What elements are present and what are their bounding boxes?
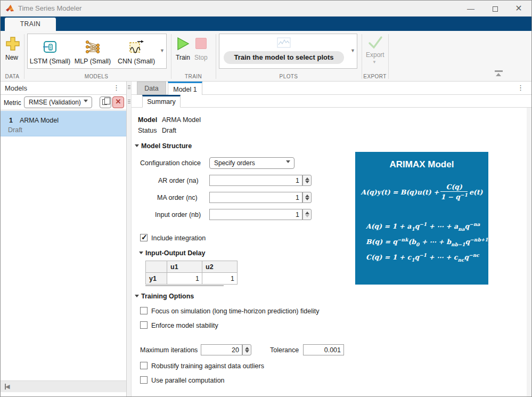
model-template-mlp[interactable]: MLP (Small)	[71, 37, 114, 65]
window-title: Time Series Modeler	[18, 4, 81, 12]
model-template-cnn[interactable]: CNN (Small)	[115, 37, 158, 65]
spin-down-icon[interactable]	[305, 198, 309, 200]
section-divider	[171, 34, 171, 79]
chevron-down-icon	[286, 160, 290, 163]
collapse-panel-button[interactable]: ◀	[5, 383, 10, 390]
tab-data[interactable]: Data	[137, 82, 166, 95]
input-order-input[interactable]: 1	[209, 209, 302, 220]
plots-gallery-expand-button[interactable]: ▼	[349, 34, 357, 69]
summary-content: Model ARMA Model Status Draft Model Stru…	[132, 108, 527, 396]
status-key: Status	[138, 127, 157, 134]
drag-handle-icon[interactable]	[128, 100, 130, 103]
delay-col-u2: u2	[202, 261, 238, 273]
robustify-checkbox[interactable]	[140, 362, 148, 369]
panel-splitter[interactable]	[127, 82, 132, 396]
document-tab-bar: Data Model 1 ⋮	[132, 82, 531, 95]
ma-order-spinner[interactable]	[302, 192, 312, 203]
input-order-label: Input order (nb)	[155, 211, 201, 218]
delay-corner-cell	[146, 261, 167, 273]
tolerance-input[interactable]: 0.001	[303, 344, 344, 355]
spin-up-icon[interactable]	[305, 177, 309, 180]
configuration-choice-label: Configuration choice	[140, 159, 201, 167]
ar-order-input[interactable]: 1	[209, 175, 302, 186]
mlp-icon	[84, 38, 101, 55]
lstm-icon	[42, 38, 59, 55]
ar-order-spinner[interactable]	[302, 175, 312, 186]
maximize-button[interactable]	[484, 1, 507, 17]
parallel-label: Use parallel computation	[151, 377, 225, 384]
spin-up-icon[interactable]	[245, 347, 249, 350]
maximize-icon	[493, 6, 498, 12]
model-list-item[interactable]: 1 ARMA Model Draft	[1, 111, 126, 136]
new-button[interactable]: New	[5, 54, 18, 61]
include-integration-label: Include integration	[151, 234, 206, 242]
models-panel-title: Models	[5, 84, 27, 92]
export-button[interactable]: Export	[366, 51, 384, 59]
tab-summary[interactable]: Summary	[142, 95, 181, 108]
model-item-name: ARMA Model	[20, 117, 59, 124]
ma-order-label: MA order (nc)	[157, 194, 198, 201]
minimize-button[interactable]: —	[459, 1, 482, 17]
spin-up-icon[interactable]	[305, 212, 309, 214]
train-button[interactable]: Train	[176, 54, 190, 61]
collapse-ribbon-button[interactable]	[495, 70, 503, 77]
vertical-scrollbar[interactable]	[527, 108, 531, 396]
maximum-iterations-input[interactable]: 20	[201, 344, 242, 355]
models-gallery: LSTM (Small) MLP (Small)	[27, 34, 159, 69]
tab-model-1[interactable]: Model 1	[168, 82, 202, 95]
ribbon-tab-band: TRAIN	[1, 17, 531, 31]
focus-simulation-checkbox[interactable]	[140, 307, 148, 314]
delay-row-y1: y1	[146, 273, 167, 285]
export-check-icon	[368, 36, 383, 50]
equation-b: B(q) = q−nk(b0 + ⋯ + bnb−1q−nb+1)	[366, 237, 491, 247]
models-panel: Models ⋮ Metric RMSE (Validation) ✕ 1 AR…	[1, 82, 127, 396]
chevron-down-icon: ▼	[372, 60, 377, 64]
delay-table-header-row: u1 u2	[146, 261, 238, 273]
delay-cell-u1[interactable]: 1	[167, 273, 202, 285]
export-section-label: EXPORT	[362, 74, 388, 79]
parallel-checkbox[interactable]	[140, 376, 148, 384]
model-item-index: 1	[9, 117, 13, 124]
enforce-stability-checkbox[interactable]	[140, 321, 148, 329]
duplicate-model-button[interactable]	[100, 96, 111, 108]
cnn-icon	[128, 38, 145, 55]
model-structure-section[interactable]: Model Structure	[135, 142, 192, 150]
stop-button[interactable]: Stop	[194, 54, 208, 61]
enforce-stability-label: Enforce model stability	[151, 322, 218, 329]
maximum-iterations-label: Maximum iterations	[140, 346, 198, 354]
input-order-spinner[interactable]	[302, 209, 312, 220]
models-gallery-expand-button[interactable]: ▼	[158, 34, 167, 69]
section-divider	[388, 34, 389, 79]
arimax-panel-title: ARIMAX Model	[355, 159, 488, 170]
models-panel-menu-icon[interactable]: ⋮	[113, 84, 120, 92]
plots-placeholder-message: Train the model to select plots	[224, 51, 344, 64]
spin-up-icon[interactable]	[305, 195, 309, 197]
copy-icon	[102, 99, 107, 105]
model-template-lstm[interactable]: LSTM (Small)	[29, 37, 71, 65]
train-play-icon	[176, 37, 190, 51]
document-tabs-menu-icon[interactable]: ⋮	[517, 84, 524, 92]
metric-dropdown-value: RMSE (Validation)	[29, 99, 81, 106]
delete-model-button[interactable]: ✕	[112, 96, 124, 108]
drag-handle-icon[interactable]	[128, 85, 130, 89]
spin-down-icon[interactable]	[245, 350, 249, 353]
include-integration-checkbox[interactable]: ✓	[140, 234, 148, 241]
delay-table-row: y1 1 1	[146, 273, 238, 285]
delay-table[interactable]: u1 u2 y1 1 1	[145, 261, 238, 285]
maximum-iterations-spinner[interactable]	[242, 344, 251, 355]
spin-down-icon[interactable]	[305, 215, 309, 217]
equation-c: C(q) = 1 + c1q−1 + ⋯ + cncq−nc	[366, 253, 479, 263]
metric-dropdown[interactable]: RMSE (Validation)	[24, 96, 92, 108]
configuration-choice-dropdown[interactable]: Specify orders	[209, 157, 294, 169]
robustify-label: Robustify training against data outliers	[151, 362, 264, 370]
spin-down-icon[interactable]	[305, 181, 309, 183]
training-options-section[interactable]: Training Options	[135, 293, 194, 300]
delay-cell-u2[interactable]: 1	[202, 273, 238, 285]
ma-order-input[interactable]: 1	[209, 192, 302, 203]
close-button[interactable]: ✕	[507, 1, 530, 17]
delay-col-u1: u1	[167, 261, 202, 273]
input-output-delay-section[interactable]: Input-Output Delay	[139, 249, 206, 257]
status-value: Draft	[162, 127, 176, 134]
plots-section-label: PLOTS	[216, 74, 362, 79]
tab-train[interactable]: TRAIN	[5, 18, 56, 31]
